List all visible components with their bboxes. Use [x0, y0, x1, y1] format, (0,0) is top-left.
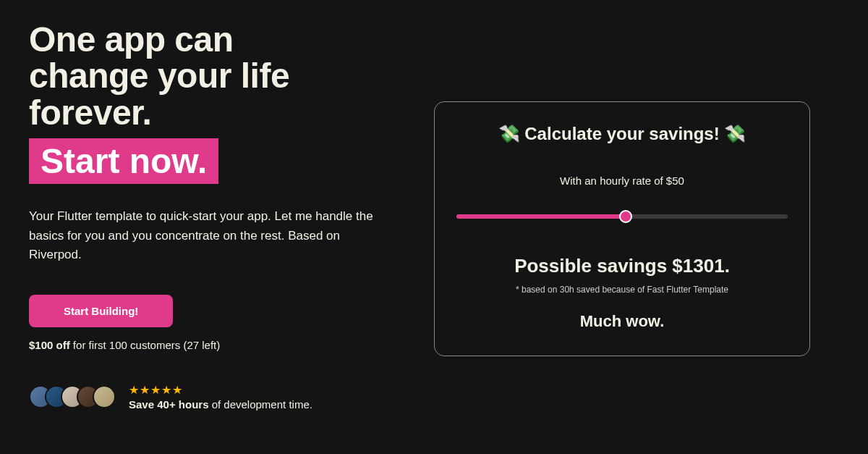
rate-slider[interactable]	[456, 210, 788, 223]
headline-line1: One app can	[29, 20, 234, 59]
social-proof: ★★★★★ Save 40+ hours of development time…	[29, 383, 405, 411]
hero-description: Your Flutter template to quick-start you…	[29, 207, 391, 264]
rate-value: $50	[666, 175, 684, 187]
headline-line2: change your life	[29, 56, 289, 95]
hero-highlight: Start now.	[29, 138, 218, 184]
promo-bold: $100 off	[29, 339, 70, 351]
calculator-title: 💸 Calculate your savings! 💸	[456, 124, 788, 144]
slider-fill	[456, 214, 626, 219]
rate-prefix: With an hourly rate of	[560, 175, 666, 187]
savings-prefix: Possible savings	[514, 255, 672, 277]
savings-value: $1301.	[672, 255, 730, 277]
savings-calculator-card: 💸 Calculate your savings! 💸 With an hour…	[434, 101, 810, 356]
star-rating-icon: ★★★★★	[129, 383, 312, 397]
possible-savings: Possible savings $1301.	[456, 255, 788, 277]
avatar	[93, 385, 116, 408]
headline-line3: forever.	[29, 93, 151, 132]
start-building-button[interactable]: Start Building!	[29, 295, 173, 327]
savings-footnote: * based on 30h saved because of Fast Flu…	[456, 285, 788, 295]
social-text: ★★★★★ Save 40+ hours of development time…	[129, 383, 312, 411]
avatar-stack	[29, 385, 116, 408]
wow-text: Much wow.	[456, 312, 788, 331]
promo-text: $100 off for first 100 customers (27 lef…	[29, 339, 405, 351]
social-rest: of development time.	[208, 398, 312, 411]
slider-thumb[interactable]	[619, 210, 632, 223]
hero-headline: One app can change your life forever.	[29, 22, 405, 131]
hourly-rate-label: With an hourly rate of $50	[456, 175, 788, 187]
promo-rest: for first 100 customers (27 left)	[70, 339, 221, 351]
social-bold: Save 40+ hours	[129, 398, 208, 411]
